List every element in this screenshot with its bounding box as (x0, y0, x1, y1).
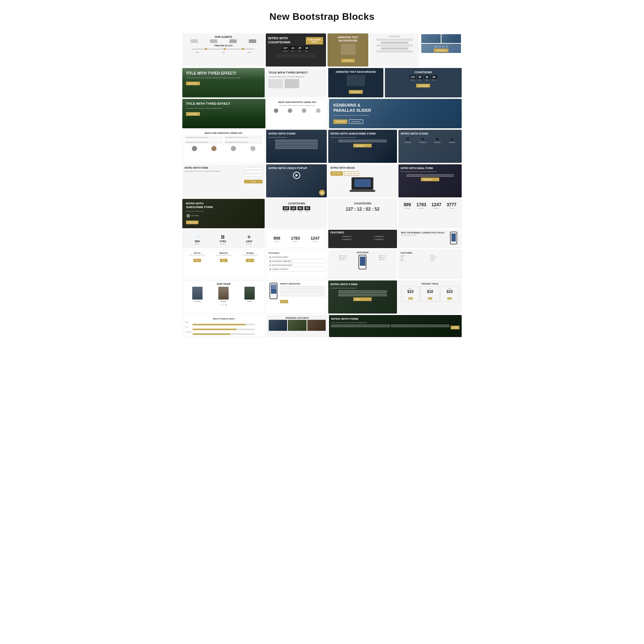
subscribe-dark-btn[interactable]: Subscribe (186, 221, 198, 224)
animated-dark-btn[interactable]: Learn More (349, 90, 363, 94)
photo-btn[interactable]: Get Started (434, 49, 448, 52)
subscribe-form-input[interactable] (339, 140, 387, 142)
countdown-dark-btn[interactable]: Get Started (416, 84, 430, 87)
accordion-item-3[interactable]: ▶ Sed do eiusmod tempor? (268, 263, 325, 267)
intro-form-dark-block[interactable]: INTRO WITH FORM Lorem ipsum dolor sit am… (328, 280, 397, 314)
kenburns-btn-2[interactable]: Learn More (349, 119, 364, 124)
form-light-btn[interactable]: Send (244, 180, 262, 183)
bottom-form-btn[interactable]: Send (451, 326, 459, 329)
play-button[interactable] (293, 172, 300, 179)
mobirise-photo-2 (288, 320, 306, 331)
stats-icons-block[interactable]: 📄 899 Articles 🖼 1783 Pictures ⚙ 1247 Pr… (182, 230, 265, 248)
pricing-col-2[interactable]: Pro $10 Buy (421, 286, 439, 302)
pricing-table-block[interactable]: PRICING TABLE Basic $10 Buy Pro $10 Buy (398, 280, 462, 314)
our-clients-block[interactable]: OUR CLIENTS TIMELINE BLOCK 20102 (182, 33, 264, 67)
intro-form-bottom-block[interactable]: INTRO WITH FORM Lorem ipsum dolor sit am… (329, 315, 462, 337)
services-block[interactable]: Service Lorem ipsum dolor sit amet More … (182, 250, 265, 279)
kenburns-btn-1[interactable]: Get Started (333, 119, 347, 124)
typed-forest-btn[interactable]: Learn More (186, 112, 200, 116)
meet-desc: Lorem ipsum dolor sit amet. (401, 235, 447, 236)
title-typed-light-block[interactable]: TITLE WITH TYPED EFFECT Lorem ipsum dolo… (266, 68, 327, 97)
dark-form-btn[interactable]: Send (353, 297, 372, 301)
drop-send-btn[interactable]: Send (280, 300, 288, 303)
title-typed-forest-block[interactable]: TITLE WITH TYPED EFFECT Lorem ipsum dolo… (182, 99, 265, 128)
accordion-item-2[interactable]: ▶ Consectetur adipiscing? (268, 259, 325, 263)
intro-form-light-block[interactable]: INTRO WITH FORM Lorem ipsum dolor sit am… (182, 164, 265, 197)
intro-icons-block[interactable]: INTRO WITH ICONS ⚙Feature ✉Feature ★Feat… (398, 130, 462, 163)
accordion-item-1[interactable]: ▶ Lorem ipsum dolor? (268, 255, 325, 259)
title-typed-mountain-block[interactable]: TITLE WITH TYPED EFFECT! Lorem ipsum dol… (182, 68, 265, 97)
stat-icon-num-3: 1247 (246, 240, 253, 243)
our-team-block[interactable]: OUR TEAM Jonathan Amanda Steven (182, 280, 265, 314)
flowchart-block[interactable]: FLOWCHART (370, 33, 419, 67)
photo-cell-3: 115 : 05 : 52 : 09 Get Started (421, 44, 461, 53)
intro-countdown-block[interactable]: SUBSCRIBE NOW INTRO WITHCOUNTDOWN 117 Da… (266, 33, 326, 67)
meet-mobirise-block[interactable]: MEET THE MOBIRISE 3 LANDING PAGE TOOLKIT… (398, 230, 462, 248)
pricing-col-1[interactable]: Basic $10 Buy (401, 286, 420, 302)
stats-block[interactable]: 899 Articles 1783 Pictures 1247 Projects (398, 199, 462, 228)
mobirise-features-block[interactable]: FEATURES ParallaxEffect EasilyResponsive… (398, 250, 462, 279)
countdown-light-1-block[interactable]: COUNTDOWN 137Days 12Hrs 02Min 52Sec (266, 199, 327, 228)
intro-image-block[interactable]: INTRO WITH IMAGE App Store Google Play (328, 164, 397, 197)
subscribe-now-box[interactable]: SUBSCRIBE NOW (306, 37, 323, 44)
accordion-block[interactable]: Accordion ▶ Lorem ipsum dolor? ▶ Consect… (266, 250, 327, 279)
stat-l-3: 1247 Projects (311, 236, 319, 242)
bottom-field-1[interactable] (331, 325, 390, 327)
intro-form-block[interactable]: INTRO WITH FORM Lorem ipsum dolor sit am… (266, 130, 327, 163)
icon-3: ★Feature (434, 137, 440, 143)
plan-2-btn[interactable]: Buy (428, 297, 432, 300)
title-typed-light-text: TITLE WITH TYPED EFFECT (268, 71, 325, 75)
typed-learn-btn[interactable]: Learn More (186, 82, 200, 85)
mobirise-features-title: FEATURES (401, 252, 459, 254)
drop-msg-phone: MOBIRISE WEBSITE BUILDER (268, 283, 279, 304)
typed-light-preview (268, 79, 325, 88)
intro-image-btn1[interactable]: App Store (330, 171, 343, 176)
subscribe-form-btn[interactable]: Subscribe (353, 144, 372, 147)
service-btn-2[interactable]: More (220, 259, 228, 262)
pricing-col-3[interactable]: Elite $10 Buy (440, 286, 459, 302)
intro-subscribe-dark-block[interactable]: INTRO WITHSUBSCRIBE FORM Lorem ipsum dol… (182, 199, 265, 228)
mobf-4: Drag andDrop (430, 259, 459, 262)
count-hours: 13 (290, 46, 296, 50)
mobirise-photo-features-block[interactable]: MOBIRISE FEATURES (267, 315, 328, 337)
intro-subscribe-form-block[interactable]: INTRO WITH SUBSCRIBE FORM Lorem ipsum do… (328, 130, 397, 163)
kenburns-block[interactable]: KENBURNS &PARALLAX SLIDER Lorem ipsum do… (329, 99, 462, 128)
animated-text-btn[interactable]: Learn More (341, 59, 355, 62)
progress-bars-block[interactable]: Basic Progress Bars HTML CSS (182, 315, 265, 337)
client-logo-3 (229, 39, 237, 43)
drop-email-field[interactable] (280, 289, 325, 292)
row-4: WHAT OUR FANTASTIC USERS SAY Lorem ipsum… (182, 130, 462, 163)
countdown-dark-block[interactable]: COUNTDOWN 115Days 05Hrs 52Min 09Sec Get … (385, 68, 462, 97)
animated-text-bg-dark-block[interactable]: ANIMATED TEXT BACKGROUND Learn More (328, 68, 383, 97)
page-container: New Bootstrap Blocks OUR CLIENTS TIMELIN… (182, 11, 462, 337)
timeline-labels: 201020122015 (185, 51, 262, 53)
stat-l-label-3: Projects (311, 240, 319, 242)
subscribe-input-area[interactable] (276, 54, 315, 58)
plan-1-btn[interactable]: Buy (408, 297, 413, 300)
service-btn-1[interactable]: More (193, 259, 201, 262)
stat-l-num-2: 1783 (291, 236, 300, 240)
email-form-btn[interactable]: Subscribe (421, 178, 439, 181)
stats-large-block[interactable]: 899 Articles 1783 Pictures 1247 Projects (266, 230, 327, 248)
countdown-light-2-block[interactable]: COUNTDOWN 137 : 12 : 02 : 52 (328, 199, 397, 228)
features-phone-block[interactable]: FEATURES ◉ Feature A ◉ Feature B ◉ Featu… (328, 250, 397, 279)
bottom-field-2[interactable] (391, 325, 450, 327)
drop-message-block[interactable]: MOBIRISE WEBSITE BUILDER DROP A MESSAGE … (266, 280, 327, 314)
countdown-d-h-l: Hrs (417, 79, 423, 81)
author-avatar (186, 214, 190, 218)
intro-image-btn2[interactable]: Google Play (344, 171, 359, 176)
drop-name-field[interactable] (280, 286, 325, 289)
accordion-item-4[interactable]: ▶ Ut labore et dolore? (268, 267, 325, 271)
drop-message-field[interactable] (280, 293, 325, 296)
photo-grid-top-block[interactable]: 115 : 05 : 52 : 09 Get Started (421, 33, 462, 67)
intro-video-popup-block[interactable]: INTRO WITH VIDEO POPUP 18 (266, 164, 327, 197)
play-triangle-icon (296, 174, 298, 177)
intro-email-form-block[interactable]: INTRO WITH EMAIL FORM Lorem ipsum dolor … (398, 164, 462, 197)
plan-3-btn[interactable]: Buy (447, 297, 452, 300)
features-dark-block[interactable]: FEATURES ✦ Feature 1 ✦ Feature 2 ✦ Featu… (328, 230, 397, 248)
animated-text-bg-block[interactable]: ANIMATED TEXT BACKGROUND Learn More (328, 33, 369, 67)
users-say-2-block[interactable]: WHAT OUR FANTASTIC USERS SAY Lorem ipsum… (182, 130, 265, 163)
features-mobile-screen (360, 257, 365, 266)
users-say-1-block[interactable]: WHAT OUR FANTASTIC USERS SAY Lorem ipsum… (267, 99, 328, 128)
service-btn-3[interactable]: More (246, 259, 254, 262)
